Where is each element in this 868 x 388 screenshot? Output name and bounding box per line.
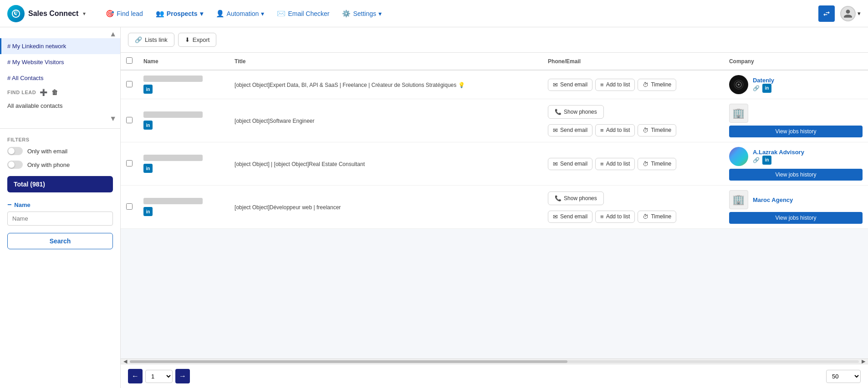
row3-name-cell: in [138,142,229,186]
row2-checkbox-cell [121,99,138,142]
row2-send-email-label: Send email [560,127,587,133]
sidebar-scroll-down[interactable]: ▼ [109,115,117,123]
row3-title: [object Object] | [object Object]Real Es… [235,161,365,167]
row4-company-cell: 🏢 Maroc Agency View jobs history [724,186,868,229]
nav-find-lead[interactable]: 🎯 Find lead [100,7,148,20]
find-lead-label: FIND LEAD [7,90,36,95]
row3-company-logo [729,147,748,166]
row1-checkbox[interactable] [126,81,133,87]
row2-checkbox[interactable] [126,117,133,123]
toolbar: 🔗 Lists link ⬇ Export [121,27,868,53]
pagination-prev-button[interactable]: ← [128,369,143,383]
email-checker-icon: ✉️ [277,10,286,18]
row3-checkbox[interactable] [126,160,133,166]
row2-show-phones-button[interactable]: 📞 Show phones [548,105,604,119]
app-body: ▲ # My Linkedin network # My Website Vis… [0,27,868,388]
name-input[interactable] [7,212,113,226]
row3-linkedin-badge[interactable]: in [143,164,153,173]
sidebar-item-linkedin[interactable]: # My Linkedin network [0,38,120,54]
scroll-track[interactable] [130,360,859,363]
row1-timeline-button[interactable]: ⏱ Timeline [638,79,676,91]
sidebar-scroll-up[interactable]: ▲ [109,30,117,38]
row4-company-logo: 🏢 [729,190,748,209]
row3-company-linkedin[interactable]: in [762,156,771,165]
row2-linkedin-badge[interactable]: in [143,121,153,130]
row3-company-details: A.Lazrak Advisory 🔗 in [753,149,804,165]
pagination-next-button[interactable]: → [175,369,190,383]
row2-view-jobs-button[interactable]: View jobs history [729,126,863,137]
switch-icon-button[interactable] [818,5,835,22]
row2-company-info: 🏢 [729,104,863,123]
row4-checkbox-cell [121,186,138,229]
select-all-checkbox[interactable] [126,57,133,64]
prospects-icon: 👥 [156,10,164,18]
row2-send-email-button[interactable]: ✉ Send email [548,124,592,136]
row4-company-col: 🏢 Maroc Agency View jobs history [729,190,863,224]
export-button[interactable]: ⬇ Export [178,33,217,47]
row3-timeline-label: Timeline [651,161,671,167]
header-company: Company [724,53,868,70]
toggle-email[interactable] [7,147,23,155]
row4-add-to-list-button[interactable]: ≡ Add to list [595,211,635,223]
sidebar-item-all-contacts[interactable]: # All Contacts [0,70,120,86]
nav-items: 🎯 Find lead 👥 Prospects ▾ 👤 Automation ▾… [100,7,818,20]
row3-view-jobs-button[interactable]: View jobs history [729,169,863,181]
timeline-icon: ⏱ [643,161,648,167]
table-header-row: Name Title Phone/Email Company [121,53,868,70]
horizontal-scrollbar[interactable]: ◀ ▶ [121,358,868,364]
row3-timeline-button[interactable]: ⏱ Timeline [638,158,676,170]
row1-company-cell: Datenly 🔗 in [724,70,868,99]
sidebar-all-contacts-label: # All Contacts [7,75,44,81]
divider-1 [0,128,120,129]
row2-timeline-button[interactable]: ⏱ Timeline [638,124,676,136]
row3-company-link-icon[interactable]: 🔗 [753,157,760,163]
row3-send-email-button[interactable]: ✉ Send email [548,158,592,170]
row1-timeline-label: Timeline [651,81,671,88]
per-page-select[interactable]: 25 50 100 [826,370,861,383]
sidebar-item-website[interactable]: # My Website Visitors [0,54,120,70]
contacts-table: Name Title Phone/Email Company [121,53,868,229]
toggle-email-row: Only with email [0,144,120,158]
search-button[interactable]: Search [7,233,113,249]
row4-send-email-button[interactable]: ✉ Send email [548,211,592,223]
row1-send-email-button[interactable]: ✉ Send email [548,79,592,91]
page-select[interactable]: 1 2 3 [145,370,173,383]
row4-company-name: Maroc Agency [753,197,793,203]
lists-link-button[interactable]: 🔗 Lists link [128,33,174,47]
row2-company-col: 🏢 View jobs history [729,104,863,137]
row1-title-cell: [object Object]Expert Data, BI, API & Sa… [229,70,542,99]
row1-add-to-list-button[interactable]: ≡ Add to list [595,79,635,91]
row4-linkedin-badge[interactable]: in [143,207,153,216]
nav-automation-label: Automation [227,10,259,17]
show-phones-icon: 📞 [555,109,562,115]
row2-action-row: ✉ Send email ≡ Add to list ⏱ [548,124,718,136]
find-lead-section: FIND LEAD ➕ 🗑 [0,86,120,99]
row2-show-phones-label: Show phones [564,109,597,115]
nav-find-lead-label: Find lead [117,10,143,17]
row3-add-to-list-button[interactable]: ≡ Add to list [595,158,635,170]
row2-title-cell: [object Object]Software Engineer [229,99,542,142]
find-lead-add-icon[interactable]: ➕ [40,89,48,96]
toggle-phone[interactable] [7,161,23,169]
nav-automation[interactable]: 👤 Automation ▾ [210,7,270,20]
row4-show-phones-button[interactable]: 📞 Show phones [548,191,604,205]
filters-label: FILTERS [0,132,120,144]
nav-prospects[interactable]: 👥 Prospects ▾ [150,7,209,20]
table-wrapper: Name Title Phone/Email Company [121,53,868,358]
avatar-button[interactable]: ▾ [840,6,861,21]
row4-view-jobs-button[interactable]: View jobs history [729,212,863,224]
row2-add-to-list-button[interactable]: ≡ Add to list [595,124,635,136]
nav-settings[interactable]: ⚙️ Settings ▾ [337,7,387,20]
row4-checkbox[interactable] [126,203,133,210]
sidebar-website-label: # My Website Visitors [7,59,64,66]
find-lead-trash-icon[interactable]: 🗑 [51,89,58,96]
logo-area[interactable]: Sales Connect ▾ [7,5,86,22]
row1-company-link-icon[interactable]: 🔗 [753,85,760,91]
row1-linkedin-badge[interactable]: in [143,85,153,94]
row4-timeline-button[interactable]: ⏱ Timeline [638,211,676,223]
row3-company-info: A.Lazrak Advisory 🔗 in [729,147,863,166]
toggle-email-knob [8,148,15,154]
nav-email-checker[interactable]: ✉️ Email Checker [271,7,335,20]
row1-company-linkedin[interactable]: in [762,84,771,93]
send-email-icon: ✉ [553,161,558,167]
